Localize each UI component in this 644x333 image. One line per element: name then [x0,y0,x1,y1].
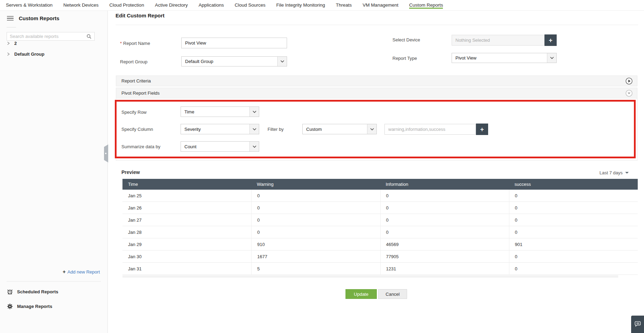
report-name-label: *Report Name [120,41,150,46]
tree-item-2[interactable]: 2 [7,41,17,46]
table-cell: Jan 25 [122,190,251,201]
table-cell: 0 [509,214,638,226]
specify-column-select[interactable]: Severity [181,124,259,134]
chevron-right-icon [7,52,10,56]
nav-item-applications[interactable]: Applications [199,0,224,10]
tree-item-label: Default Group [14,51,45,57]
chat-icon [634,320,642,328]
nav-item-active-directory[interactable]: Active Directory [155,0,188,10]
specify-column-value: Severity [181,127,249,132]
tree-item-default-group[interactable]: Default Group [7,51,45,57]
table-row: Jan 29 910 46569 901 [122,238,638,251]
nav-item-servers-workstation[interactable]: Servers & Workstation [6,0,53,10]
section-pivot-report-fields-label: Pivot Report Fields [121,90,160,96]
update-button[interactable]: Update [345,289,377,299]
search-icon[interactable] [87,34,92,39]
nav-item-file-integrity-monitoring[interactable]: File Integrity Monitoring [276,0,325,10]
section-pivot-report-fields[interactable]: Pivot Report Fields [116,88,637,98]
collapse-circle-icon[interactable] [625,89,633,97]
summarize-label: Summarize data by [121,144,160,149]
table-cell: 0 [251,226,380,238]
nav-item-network-devices[interactable]: Network Devices [63,0,98,10]
hamburger-icon[interactable] [7,16,14,21]
sidebar-collapse-handle[interactable] [104,144,108,162]
table-row: Jan 30 1677 77905 0 [122,251,638,263]
table-cell: 0 [251,214,380,226]
select-device-label: Select Device [392,37,420,42]
table-row: Jan 28 0 0 0 [122,226,638,238]
divider [116,25,638,25]
chevron-right-icon [7,41,10,45]
chat-button[interactable] [631,316,644,333]
clock-icon [7,289,13,295]
nav-item-threats[interactable]: Threats [336,0,352,10]
report-name-input[interactable] [181,38,287,48]
report-type-label: Report Type [392,56,417,61]
table-cell: 0 [251,202,380,214]
section-report-criteria-label: Report Criteria [121,78,151,84]
chevron-down-icon [249,124,259,134]
table-cell: 0 [251,190,380,201]
table-row: Jan 25 0 0 0 [122,190,638,202]
table-cell: 77905 [380,251,509,262]
page-title: Edit Custom Report [116,13,165,18]
report-type-value: Pivot View [452,55,547,61]
specify-column-label: Specify Column [121,127,153,132]
report-type-select[interactable]: Pivot View [452,53,557,63]
add-device-button[interactable]: + [544,34,557,46]
specify-row-select[interactable]: Time [181,106,259,117]
select-device-input[interactable] [452,35,544,46]
table-row: Jan 26 0 0 0 [122,202,638,214]
header-cell: Warning [251,182,380,187]
add-new-report-link[interactable]: +Add new Report [63,269,100,275]
table-cell: 5 [251,263,380,275]
section-report-criteria[interactable]: Report Criteria [116,76,637,86]
table-cell: 0 [380,214,509,226]
table-cell: 0 [380,190,509,201]
table-cell: 1677 [251,251,380,262]
table-cell: 0 [380,202,509,214]
report-search-input[interactable] [10,34,87,39]
table-cell: 0 [509,251,638,262]
table-cell: 0 [509,226,638,238]
filter-values-input[interactable] [384,124,476,135]
nav-item-custom-reports[interactable]: Custom Reports [409,0,443,10]
table-cell: 1231 [380,263,509,275]
summarize-value: Count [181,144,249,149]
filter-by-label: Filter by [268,127,284,132]
expand-circle-icon[interactable] [625,77,633,85]
tree-item-label: 2 [14,41,17,46]
report-search-box [7,32,95,41]
report-group-value: Default Group [182,59,277,64]
app-window: Servers & Workstation Network Devices Cl… [0,0,644,333]
table-cell: 0 [380,226,509,238]
manage-reports-item[interactable]: Manage Reports [7,303,52,309]
table-cell: Jan 27 [122,214,251,226]
add-filter-button[interactable]: + [476,124,488,135]
table-cell: Jan 30 [122,251,251,262]
summarize-select[interactable]: Count [181,141,259,152]
top-nav: Servers & Workstation Network Devices Cl… [0,0,644,11]
filter-by-select[interactable]: Custom [302,124,377,134]
table-cell: 46569 [380,238,509,250]
table-cell: 0 [509,190,638,201]
date-range-dropdown[interactable]: Last 7 days [599,170,629,175]
specify-row-label: Specify Row [121,110,146,115]
table-cell: 0 [509,202,638,214]
nav-item-cloud-protection[interactable]: Cloud Protection [109,0,144,10]
cancel-button[interactable]: Cancel [378,289,407,299]
nav-item-cloud-sources[interactable]: Cloud Sources [234,0,265,10]
report-group-select[interactable]: Default Group [181,56,287,66]
table-row: Jan 27 0 0 0 [122,214,638,226]
nav-item-vm-management[interactable]: VM Management [363,0,398,10]
sidebar-header: Custom Reports [7,15,59,21]
manage-reports-label: Manage Reports [17,304,52,309]
scheduled-reports-item[interactable]: Scheduled Reports [7,289,58,295]
chevron-down-icon [277,57,287,66]
date-range-label: Last 7 days [599,170,623,175]
table-header-row: Time Warning Information success [122,179,638,190]
table-cell: Jan 26 [122,202,251,214]
add-new-report-label: Add new Report [67,269,100,275]
table-scroll-strip [122,275,618,278]
table-cell: Jan 31 [122,263,251,275]
